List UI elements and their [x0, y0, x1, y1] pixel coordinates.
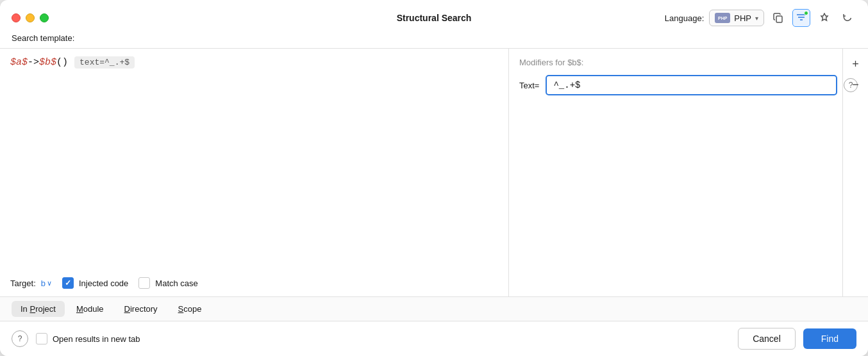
modifiers-title: Modifiers for $b$:: [519, 58, 858, 67]
main-content: $a$->$b$() text=^_.+$ Target: b ∨ Inject…: [0, 48, 868, 296]
target-value-selector[interactable]: b ∨: [41, 279, 52, 288]
tab-module[interactable]: Module: [67, 301, 113, 317]
title-bar: Structural Search Language: PHP PHP ▾: [0, 0, 868, 33]
refresh-button[interactable]: [839, 9, 856, 27]
code-expression: $a$->$b$(): [10, 57, 68, 68]
find-button[interactable]: Find: [803, 328, 856, 349]
tab-scope[interactable]: Scope: [169, 301, 211, 317]
php-icon: PHP: [715, 13, 730, 23]
traffic-lights: [12, 13, 49, 22]
open-results-checkbox[interactable]: [36, 333, 47, 344]
svg-rect-0: [776, 16, 782, 22]
language-label: Language:: [665, 13, 704, 23]
minimize-button[interactable]: [26, 13, 35, 22]
scope-tabs-row: In Project Module Directory Scope: [0, 296, 868, 321]
cancel-button[interactable]: Cancel: [738, 328, 796, 350]
pin-button[interactable]: [815, 9, 833, 27]
left-bottom-row: Target: b ∨ Injected code Match case: [10, 272, 498, 289]
right-panel-inner: Modifiers for $b$: Text= ?: [509, 49, 868, 296]
add-modifier-button[interactable]: +: [847, 55, 865, 73]
code-badge[interactable]: text=^_.+$: [74, 56, 135, 69]
injected-code-checkbox[interactable]: [62, 277, 74, 289]
filter-active-dot: [804, 11, 808, 15]
tab-in-project[interactable]: In Project: [12, 301, 65, 317]
search-template-label: Search template:: [12, 33, 74, 43]
language-name: PHP: [734, 13, 751, 23]
maximize-button[interactable]: [40, 13, 49, 22]
code-var-b: $b$: [39, 57, 56, 68]
close-button[interactable]: [12, 13, 21, 22]
copy-template-button[interactable]: [769, 9, 787, 27]
bottom-bar: ? Open results in new tab Cancel Find: [0, 321, 868, 356]
help-button[interactable]: ?: [12, 330, 28, 347]
search-template-row: Search template:: [0, 33, 868, 48]
target-row: Target: b ∨: [10, 279, 52, 288]
injected-code-checkbox-item: Injected code: [62, 277, 128, 289]
text-field-row: Text= ?: [519, 75, 858, 95]
remove-modifier-button[interactable]: −: [847, 76, 865, 93]
match-case-checkbox[interactable]: [138, 277, 150, 289]
match-case-label: Match case: [155, 279, 197, 288]
text-field-label: Text=: [519, 81, 539, 90]
left-panel: $a$->$b$() text=^_.+$ Target: b ∨ Inject…: [0, 49, 509, 296]
open-results-checkbox-item: Open results in new tab: [36, 333, 140, 344]
right-panel: Modifiers for $b$: Text= ? + −: [509, 49, 868, 296]
open-results-label: Open results in new tab: [53, 334, 140, 344]
code-var-a: $a$: [10, 57, 28, 68]
text-modifier-input[interactable]: [546, 75, 837, 95]
structural-search-dialog: Structural Search Language: PHP PHP ▾: [0, 0, 868, 356]
match-case-checkbox-item: Match case: [138, 277, 197, 289]
target-chevron-icon: ∨: [47, 279, 52, 287]
target-label: Target:: [10, 279, 36, 288]
window-title: Structural Search: [397, 13, 472, 23]
tab-directory[interactable]: Directory: [115, 301, 167, 317]
right-side-buttons: + −: [842, 49, 868, 296]
code-line: $a$->$b$() text=^_.+$: [10, 56, 498, 69]
language-chevron-icon: ▾: [755, 15, 758, 22]
injected-code-label: Injected code: [79, 279, 128, 288]
language-selector[interactable]: PHP PHP ▾: [709, 10, 764, 26]
filter-button[interactable]: [792, 9, 810, 27]
